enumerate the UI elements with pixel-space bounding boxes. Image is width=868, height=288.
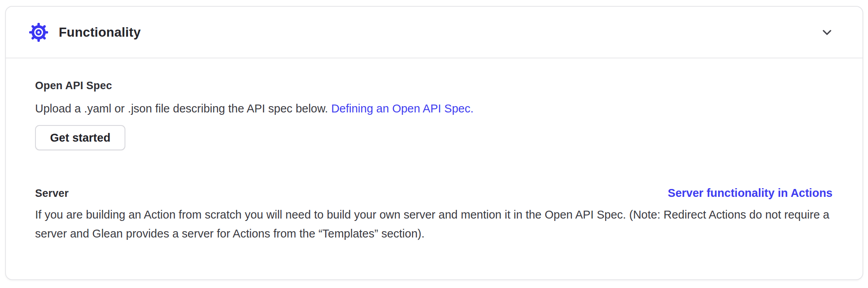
server-description-line-1: If you are building an Action from scrat… [35, 205, 833, 224]
server-label: Server [35, 187, 69, 200]
open-api-spec-description: Upload a .yaml or .json file describing … [35, 101, 833, 116]
functionality-section-header[interactable]: Functionality [6, 7, 862, 58]
server-row: Server Server functionality in Actions [35, 187, 833, 200]
defining-open-api-spec-link[interactable]: Defining an Open API Spec. [331, 102, 473, 115]
open-api-spec-description-text: Upload a .yaml or .json file describing … [35, 102, 328, 115]
server-description: If you are building an Action from scrat… [35, 205, 833, 243]
functionality-panel: Functionality Open API Spec Upload a .ya… [5, 6, 863, 280]
panel-body: Open API Spec Upload a .yaml or .json fi… [6, 58, 862, 243]
server-functionality-link[interactable]: Server functionality in Actions [668, 187, 833, 200]
server-description-line-2: server and Glean provides a server for A… [35, 224, 833, 243]
get-started-button[interactable]: Get started [35, 125, 125, 150]
panel-title: Functionality [59, 25, 141, 40]
open-api-spec-label: Open API Spec [35, 80, 833, 92]
gear-icon [29, 22, 48, 42]
chevron-down-icon[interactable] [820, 25, 834, 39]
